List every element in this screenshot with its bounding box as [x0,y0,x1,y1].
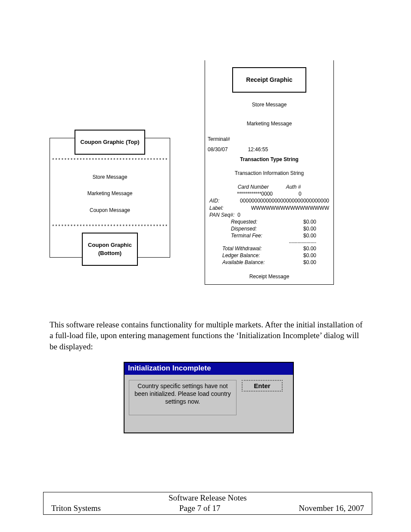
enter-button[interactable]: Enter [242,380,283,392]
receipt-date: 08/30/07 [208,146,228,152]
terminal-fee-label: Terminal Fee: [231,232,262,239]
coupon-store-message: Store Message [50,174,170,181]
auth-label: Auth # [286,184,301,190]
panseq-value: 0 [237,212,240,218]
coupon-marketing-message: Marketing Message [50,190,170,197]
requested-label: Requested: [231,218,257,225]
coupon-graphic-top: Coupon Graphic (Top) [75,130,146,155]
page-footer: Software Release Notes Triton Systems Pa… [43,492,372,515]
available-balance-value: $0.00 [303,259,316,266]
divider-stars: ************************************** [50,224,170,230]
receipt-graphic-box: Receipt Graphic [232,67,306,93]
ledger-balance-label: Ledger Balance: [222,252,260,259]
body-paragraph: This software release contains functiona… [50,319,368,352]
requested-value: $0.00 [303,218,316,225]
receipt-marketing-message: Marketing Message [205,120,333,127]
dispensed-label: Dispensed: [231,225,257,232]
auth-value: 0 [299,190,302,197]
transaction-info-string: Transaction Information String [205,170,333,177]
label-label: Label: [209,205,234,212]
receipt-figure: Receipt Graphic Store Message Marketing … [205,60,334,285]
terminal-label: Terminal# [208,136,230,142]
coupon-graphic-bottom: Coupon Graphic (Bottom) [82,233,138,265]
coupon-message: Coupon Message [50,207,170,214]
card-number-label: Card Number [238,184,269,190]
panseq-label: PAN Seq#: [209,212,234,218]
card-number-value: ************0000 [237,190,273,197]
aid-label: AID: [209,197,234,204]
dialog-message: Country specific settings have not been … [129,380,237,416]
ledger-balance-value: $0.00 [303,252,316,259]
coupon-figure: Coupon Graphic (Top) *******************… [50,138,170,258]
receipt-message: Receipt Message [205,273,333,280]
footer-company: Triton Systems [51,504,101,513]
coupon-graphic-bottom-line2: (Bottom) [98,250,121,256]
total-withdrawal-label: Total Withdrawal: [222,245,262,252]
footer-page: Page 7 of 17 [179,504,221,513]
footer-title: Software Release Notes [44,492,372,504]
terminal-fee-value: $0.00 [303,232,316,239]
receipt-store-message: Store Message [205,101,333,108]
figures-row: Coupon Graphic (Top) *******************… [50,60,368,285]
available-balance-label: Available Balance: [222,259,265,266]
footer-date: November 16, 2007 [299,504,364,513]
divider-stars: ************************************** [50,157,170,164]
transaction-type-string: Transaction Type String [205,156,333,163]
label-value: WWWWWWWWWWWWWWWW [234,205,329,212]
aid-value: 0000000000000000000000000000000 [234,197,329,204]
total-withdrawal-value: $0.00 [303,245,316,252]
dispensed-value: $0.00 [303,225,316,232]
dialog-title: Initialization Incomplete [125,363,293,375]
coupon-graphic-bottom-line1: Coupon Graphic [88,242,132,248]
initialization-incomplete-dialog: Initialization Incomplete Country specif… [124,362,294,434]
receipt-dashes: ------------------- [205,240,333,246]
receipt-time: 12:46:55 [248,146,268,152]
